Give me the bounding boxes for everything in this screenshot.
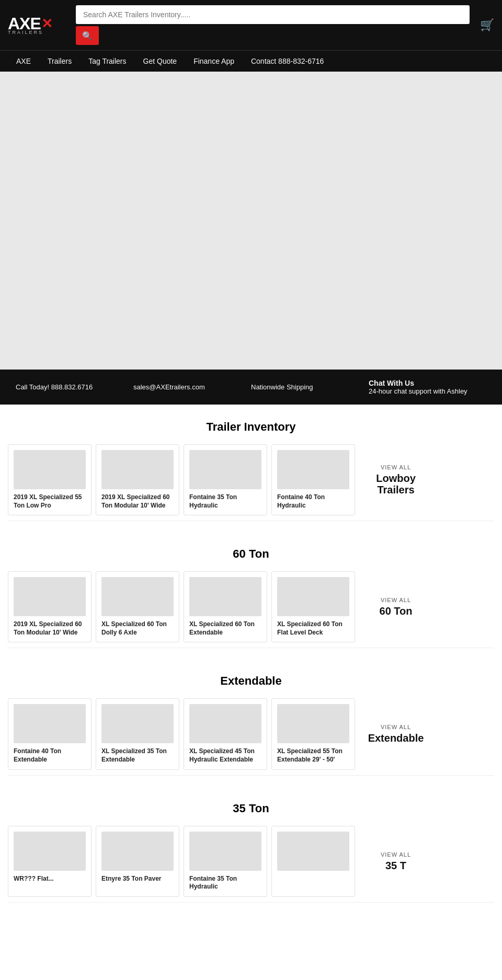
product-card-2-2[interactable]: XL Specialized 45 Ton Hydraulic Extendab… — [184, 698, 267, 769]
product-card-0-3[interactable]: Fontaine 40 Ton Hydraulic — [271, 444, 355, 515]
product-img-2-0 — [14, 704, 86, 743]
product-card-2-1[interactable]: XL Specialized 35 Ton Extendable — [96, 698, 179, 769]
info-bar-email[interactable]: sales@AXEtrailers.com — [133, 383, 251, 391]
search-area: 🔍 — [76, 5, 470, 45]
product-name-2-2: XL Specialized 45 Ton Hydraulic Extendab… — [189, 747, 261, 764]
product-card-2-0[interactable]: Fontaine 40 Ton Extendable — [8, 698, 92, 769]
view-all-card-0[interactable]: VIEW ALLLowboy Trailers — [359, 444, 432, 515]
cart-button[interactable]: 🛒 — [480, 18, 494, 32]
cart-icon: 🛒 — [480, 18, 494, 31]
info-bar-phone[interactable]: Call Today! 888.832.6716 — [16, 383, 133, 391]
product-card-3-2[interactable]: Fontaine 35 Ton Hydraulic — [184, 826, 267, 897]
section-title-0: Trailer Inventory — [8, 420, 494, 434]
product-name-0-2: Fontaine 35 Ton Hydraulic — [189, 493, 261, 510]
info-bar-chat[interactable]: Chat With Us 24-hour chat support with A… — [369, 379, 486, 395]
product-name-0-3: Fontaine 40 Ton Hydraulic — [277, 493, 349, 510]
search-button[interactable]: 🔍 — [76, 26, 99, 45]
product-name-1-3: XL Specialized 60 Ton Flat Level Deck — [277, 620, 349, 637]
product-card-3-0[interactable]: WR??? Flat... — [8, 826, 92, 897]
product-card-1-2[interactable]: XL Specialized 60 Ton Extendable — [184, 571, 267, 642]
product-card-0-1[interactable]: 2019 XL Specialized 60 Ton Modular 10' W… — [96, 444, 179, 515]
product-name-1-1: XL Specialized 60 Ton Dolly 6 Axle — [101, 620, 174, 637]
info-bar-phone-text: Call Today! 888.832.6716 — [16, 383, 93, 391]
sections-container: Trailer Inventory2019 XL Specialized 55 … — [0, 405, 502, 913]
nav-item-finance-app[interactable]: Finance App — [185, 51, 243, 72]
info-bar-chat-title: Chat With Us — [369, 379, 486, 387]
product-img-2-3 — [277, 704, 349, 743]
product-img-1-3 — [277, 577, 349, 616]
product-card-3-3[interactable] — [271, 826, 355, 897]
view-all-title-3: 35 T — [385, 860, 406, 871]
product-img-1-0 — [14, 577, 86, 616]
header: AXE ✕ TRAILERS 🔍 🛒 — [0, 0, 502, 50]
info-bar: Call Today! 888.832.6716 sales@AXEtraile… — [0, 370, 502, 405]
main-nav: AXE Trailers Tag Trailers Get Quote Fina… — [0, 50, 502, 72]
info-bar-shipping-text: Nationwide Shipping — [251, 383, 313, 391]
product-img-3-3 — [277, 832, 349, 871]
section-2: ExtendableFontaine 40 Ton ExtendableXL S… — [0, 659, 502, 786]
product-img-2-2 — [189, 704, 261, 743]
section-title-3: 35 Ton — [8, 802, 494, 815]
view-all-label-3: VIEW ALL — [381, 851, 411, 858]
info-bar-shipping: Nationwide Shipping — [251, 383, 369, 391]
product-card-2-3[interactable]: XL Specialized 55 Ton Extendable 29' - 5… — [271, 698, 355, 769]
section-title-1: 60 Ton — [8, 547, 494, 561]
nav-item-get-quote[interactable]: Get Quote — [135, 51, 186, 72]
product-img-3-1 — [101, 832, 174, 871]
product-row-0: 2019 XL Specialized 55 Ton Low Pro2019 X… — [8, 444, 494, 515]
view-all-card-2[interactable]: VIEW ALLExtendable — [359, 698, 432, 769]
product-img-0-0 — [14, 450, 86, 489]
product-img-2-1 — [101, 704, 174, 743]
section-title-2: Extendable — [8, 674, 494, 688]
product-row-3: WR??? Flat...Etnyre 35 Ton PaverFontaine… — [8, 826, 494, 897]
product-card-1-1[interactable]: XL Specialized 60 Ton Dolly 6 Axle — [96, 571, 179, 642]
product-img-1-1 — [101, 577, 174, 616]
product-row-2: Fontaine 40 Ton ExtendableXL Specialized… — [8, 698, 494, 769]
view-all-title-1: 60 Ton — [380, 605, 413, 617]
product-name-0-1: 2019 XL Specialized 60 Ton Modular 10' W… — [101, 493, 174, 510]
logo[interactable]: AXE ✕ TRAILERS — [8, 15, 71, 35]
product-img-3-0 — [14, 832, 86, 871]
logo-icon: ✕ — [41, 16, 53, 32]
product-card-0-2[interactable]: Fontaine 35 Ton Hydraulic — [184, 444, 267, 515]
product-name-1-2: XL Specialized 60 Ton Extendable — [189, 620, 261, 637]
product-name-0-0: 2019 XL Specialized 55 Ton Low Pro — [14, 493, 86, 510]
product-name-3-1: Etnyre 35 Ton Paver — [101, 875, 174, 883]
product-name-3-2: Fontaine 35 Ton Hydraulic — [189, 875, 261, 891]
product-row-1: 2019 XL Specialized 60 Ton Modular 10' W… — [8, 571, 494, 642]
info-bar-chat-sub: 24-hour chat support with Ashley — [369, 387, 467, 395]
product-img-0-3 — [277, 450, 349, 489]
product-card-0-0[interactable]: 2019 XL Specialized 55 Ton Low Pro — [8, 444, 92, 515]
product-card-1-3[interactable]: XL Specialized 60 Ton Flat Level Deck — [271, 571, 355, 642]
product-name-2-3: XL Specialized 55 Ton Extendable 29' - 5… — [277, 747, 349, 764]
nav-item-tag-trailers[interactable]: Tag Trailers — [80, 51, 134, 72]
search-input[interactable] — [76, 5, 470, 24]
nav-item-trailers[interactable]: Trailers — [39, 51, 80, 72]
info-bar-email-text: sales@AXEtrailers.com — [133, 383, 205, 391]
product-img-0-1 — [101, 450, 174, 489]
product-img-3-2 — [189, 832, 261, 871]
product-name-2-1: XL Specialized 35 Ton Extendable — [101, 747, 174, 764]
hero-banner — [0, 72, 502, 370]
section-0: Trailer Inventory2019 XL Specialized 55 … — [0, 405, 502, 532]
product-card-1-0[interactable]: 2019 XL Specialized 60 Ton Modular 10' W… — [8, 571, 92, 642]
view-all-label-2: VIEW ALL — [381, 724, 411, 730]
section-1: 60 Ton2019 XL Specialized 60 Ton Modular… — [0, 532, 502, 659]
view-all-label-0: VIEW ALL — [381, 464, 411, 470]
nav-item-contact[interactable]: Contact 888-832-6716 — [243, 51, 332, 72]
search-icon: 🔍 — [82, 31, 93, 41]
product-name-2-0: Fontaine 40 Ton Extendable — [14, 747, 86, 764]
product-img-0-2 — [189, 450, 261, 489]
product-card-3-1[interactable]: Etnyre 35 Ton Paver — [96, 826, 179, 897]
view-all-card-3[interactable]: VIEW ALL35 T — [359, 826, 432, 897]
view-all-title-0: Lowboy Trailers — [364, 472, 427, 495]
view-all-title-2: Extendable — [368, 732, 424, 744]
nav-item-axe[interactable]: AXE — [8, 51, 39, 72]
view-all-card-1[interactable]: VIEW ALL60 Ton — [359, 571, 432, 642]
section-3: 35 TonWR??? Flat...Etnyre 35 Ton PaverFo… — [0, 786, 502, 913]
view-all-label-1: VIEW ALL — [381, 597, 411, 603]
product-img-1-2 — [189, 577, 261, 616]
product-name-3-0: WR??? Flat... — [14, 875, 86, 883]
product-name-1-0: 2019 XL Specialized 60 Ton Modular 10' W… — [14, 620, 86, 637]
